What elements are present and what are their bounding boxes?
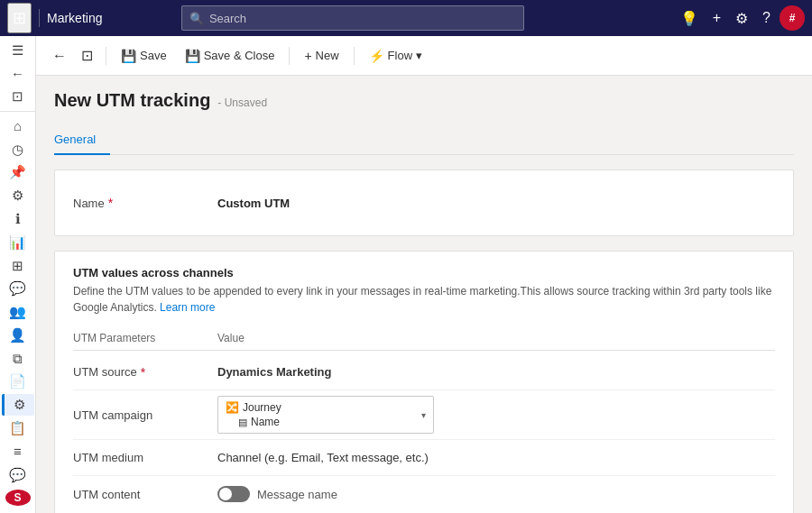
flow-label: Flow: [388, 49, 412, 62]
journey-icon: 🔀: [226, 401, 239, 414]
page-title-row: New UTM tracking - Unsaved: [54, 90, 794, 115]
sidebar-item-info[interactable]: ℹ: [2, 208, 34, 230]
sidebar-item-group[interactable]: 👥: [2, 301, 34, 323]
utm-content-toggle-wrapper: Message name: [217, 486, 337, 502]
utm-source-value: Dynamics Marketing: [217, 365, 775, 379]
flow-icon: ⚡: [369, 49, 384, 63]
user-avatar[interactable]: #: [780, 5, 805, 31]
app-name: Marketing: [47, 11, 102, 25]
topbar: ⊞ Marketing 🔍 💡 + ⚙ ? #: [0, 0, 812, 36]
waffle-button[interactable]: ⊞: [7, 3, 32, 33]
toolbar: ← ⊡ 💾 Save 💾 Save & Close + New ⚡ Flow ▾: [36, 36, 812, 76]
toggle-label: Message name: [257, 488, 337, 501]
lightbulb-button[interactable]: 💡: [675, 6, 704, 31]
toolbar-separator-1: [106, 47, 106, 65]
sidebar-item-chart[interactable]: 📊: [2, 232, 34, 253]
sidebar-item-settings[interactable]: ⚙: [2, 185, 34, 206]
sidebar-item-chat[interactable]: 💬: [2, 278, 34, 299]
name-required-star: *: [108, 196, 113, 210]
page-title: New UTM tracking: [54, 90, 210, 111]
sidebar-item-speech[interactable]: 💬: [2, 464, 34, 486]
help-button[interactable]: ?: [757, 6, 776, 30]
toggle-thumb: [219, 488, 232, 500]
sidebar-item-pin[interactable]: 📌: [2, 162, 34, 184]
save-close-button[interactable]: 💾 Save & Close: [178, 42, 282, 69]
col-params: UTM Parameters: [73, 332, 217, 344]
utm-campaign-row: UTM campaign 🔀 Journey ▤ Name: [73, 390, 775, 440]
sidebar-item-back[interactable]: ←: [2, 63, 34, 85]
page-content: New UTM tracking - Unsaved General Name …: [36, 76, 812, 513]
utm-source-required: *: [141, 365, 145, 380]
utm-campaign-label: UTM campaign: [73, 408, 217, 422]
save-icon: 💾: [121, 49, 136, 63]
search-icon: 🔍: [189, 12, 204, 25]
unsaved-badge: - Unsaved: [217, 96, 267, 109]
utm-medium-value: Channel (e.g. Email, Text message, etc.): [217, 451, 775, 464]
sidebar: ☰ ← ⊡ ⌂ ◷ 📌 ⚙ ℹ 📊 ⊞ 💬 👥 👤 ⧉ 📄 ⚙ 📋 ≡ 💬 S: [0, 36, 36, 513]
dropdown-journey-row: 🔀 Journey: [226, 400, 281, 415]
utm-content-row: UTM content Message name: [73, 476, 775, 512]
journey-label: Journey: [243, 401, 281, 414]
params-header: UTM Parameters Value: [73, 326, 775, 351]
main-layout: ☰ ← ⊡ ⌂ ◷ 📌 ⚙ ℹ 📊 ⊞ 💬 👥 👤 ⧉ 📄 ⚙ 📋 ≡ 💬 S …: [0, 36, 812, 513]
content-area: ← ⊡ 💾 Save 💾 Save & Close + New ⚡ Flow ▾: [36, 36, 812, 513]
tab-general[interactable]: General: [54, 125, 110, 155]
sidebar-item-person[interactable]: 👤: [2, 325, 34, 346]
name-label: Name *: [73, 196, 217, 210]
save-close-icon: 💾: [185, 49, 200, 63]
toolbar-separator-2: [289, 47, 290, 65]
sidebar-item-report[interactable]: 📋: [2, 417, 34, 439]
utm-content-label: UTM content: [73, 488, 217, 501]
save-button[interactable]: 💾 Save: [114, 42, 174, 69]
name-value[interactable]: Custom UTM: [217, 197, 290, 210]
add-button[interactable]: +: [707, 6, 726, 30]
new-icon: +: [304, 49, 311, 63]
sidebar-divider-1: [0, 111, 35, 112]
flow-chevron-icon: ▾: [416, 49, 422, 62]
utm-source-row: UTM source * Dynamics Marketing: [73, 354, 775, 390]
utm-medium-label: UTM medium: [73, 451, 217, 464]
name-label-tree: Name: [251, 416, 280, 428]
message-name-toggle[interactable]: [217, 486, 250, 502]
tabs: General: [54, 125, 794, 155]
sidebar-item-document[interactable]: 📄: [2, 371, 34, 393]
utm-source-label: UTM source *: [73, 365, 217, 380]
settings-button[interactable]: ⚙: [730, 6, 753, 31]
search-box[interactable]: 🔍: [181, 5, 524, 31]
sidebar-item-menu[interactable]: ☰: [2, 40, 34, 61]
topbar-actions: 💡 + ⚙ ? #: [675, 5, 805, 31]
utm-campaign-dropdown[interactable]: 🔀 Journey ▤ Name ▾: [217, 396, 434, 434]
learn-more-link[interactable]: Learn more: [160, 301, 215, 314]
utm-card: UTM values across channels Define the UT…: [54, 251, 794, 513]
restore-button[interactable]: ⊡: [76, 42, 98, 69]
sidebar-avatar[interactable]: S: [5, 490, 31, 507]
back-button[interactable]: ←: [47, 42, 72, 69]
dropdown-tree: 🔀 Journey ▤ Name: [226, 400, 281, 429]
name-card: Name * Custom UTM: [54, 169, 794, 236]
topbar-divider: [39, 9, 40, 27]
section-title: UTM values across channels: [73, 266, 775, 279]
flow-button[interactable]: ⚡ Flow ▾: [362, 42, 429, 69]
sidebar-item-list[interactable]: ≡: [2, 441, 34, 463]
new-button[interactable]: + New: [297, 42, 346, 69]
dropdown-name-row: ▤ Name: [226, 415, 281, 429]
toolbar-separator-3: [354, 47, 355, 65]
dropdown-chevron-icon: ▾: [421, 410, 426, 420]
sidebar-item-grid[interactable]: ⊞: [2, 255, 34, 277]
save-label: Save: [140, 49, 167, 62]
sidebar-item-apps[interactable]: ⧉: [2, 348, 34, 370]
sidebar-item-home[interactable]: ⌂: [2, 115, 34, 137]
utm-medium-row: UTM medium Channel (e.g. Email, Text mes…: [73, 440, 775, 476]
save-close-label: Save & Close: [204, 49, 275, 62]
sidebar-item-restore[interactable]: ⊡: [2, 87, 34, 108]
name-field-icon: ▤: [238, 417, 247, 428]
name-row: Name * Custom UTM: [73, 185, 775, 221]
new-label: New: [316, 49, 339, 62]
section-desc: Define the UTM values to be appended to …: [73, 283, 775, 316]
col-value: Value: [217, 332, 245, 344]
search-input[interactable]: [209, 12, 516, 25]
sidebar-item-recent[interactable]: ◷: [2, 139, 34, 160]
sidebar-item-cog-active[interactable]: ⚙: [2, 394, 34, 416]
